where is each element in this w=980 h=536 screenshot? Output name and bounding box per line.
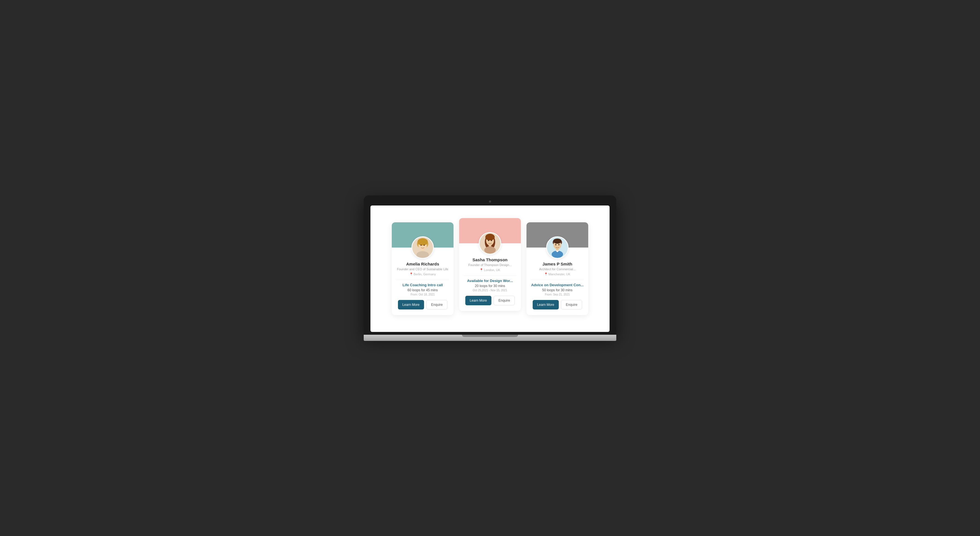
card-amelia: Amelia Richards Founder and CEO of Susta… <box>392 222 453 315</box>
svg-point-15 <box>491 240 492 241</box>
divider-james <box>531 280 584 280</box>
svg-point-23 <box>558 244 560 245</box>
card-james: James P Smith Architect for Commercial..… <box>527 222 588 315</box>
james-service-loops: 50 loops for 30 mins <box>531 288 584 292</box>
sasha-location-text: London, UK <box>484 268 500 272</box>
svg-point-19 <box>553 238 562 244</box>
card-james-header <box>527 222 588 247</box>
sasha-title: Founder of Thompson Design... <box>464 263 516 266</box>
sasha-service-title: Available for Design Wor... <box>464 279 516 283</box>
amelia-name: Amelia Richards <box>396 262 449 266</box>
divider-amelia <box>396 280 449 280</box>
avatar-amelia <box>411 236 434 259</box>
svg-point-22 <box>555 244 557 245</box>
card-sasha: Sasha Thompson Founder of Thompson Desig… <box>459 218 521 311</box>
amelia-learn-more-button[interactable]: Learn More <box>398 300 424 309</box>
james-enquire-button[interactable]: Enquire <box>561 300 582 309</box>
james-service-date: From: Sep 21, 2021 <box>531 293 584 296</box>
pin-icon-amelia: 📍 <box>409 273 413 276</box>
amelia-title: Founder and CEO of Sustainable Life <box>396 268 449 271</box>
sasha-service-date: Oct 25,2021 - Nov 15, 2021 <box>464 289 516 292</box>
laptop-screen: Amelia Richards Founder and CEO of Susta… <box>371 206 609 332</box>
amelia-service-loops: 60 loops for 45 mins <box>396 288 449 292</box>
svg-point-7 <box>424 244 425 246</box>
svg-point-6 <box>421 244 422 246</box>
sasha-location: 📍 London, UK <box>464 268 516 272</box>
svg-point-13 <box>484 246 496 254</box>
avatar-sasha <box>479 232 501 255</box>
amelia-service-date: From: Oct 18, 2021 <box>396 293 449 296</box>
james-title: Architect for Commercial... <box>531 268 584 271</box>
svg-point-3 <box>418 238 428 245</box>
divider-sasha <box>464 276 516 276</box>
laptop: Amelia Richards Founder and CEO of Susta… <box>364 195 616 341</box>
sasha-learn-more-button[interactable]: Learn More <box>465 296 492 305</box>
laptop-base <box>364 335 616 341</box>
camera <box>489 200 491 203</box>
card-sasha-header <box>459 218 521 243</box>
james-name: James P Smith <box>531 262 584 266</box>
laptop-body: Amelia Richards Founder and CEO of Susta… <box>364 195 616 335</box>
james-location-text: Manchester, UK <box>548 273 570 276</box>
amelia-location-text: Berlin, Germany <box>414 273 436 276</box>
svg-point-14 <box>488 240 489 241</box>
avatar-james <box>546 236 569 259</box>
sasha-name: Sasha Thompson <box>464 257 516 262</box>
amelia-service-title: Life Coaching Intro call <box>396 283 449 287</box>
pin-icon-sasha: 📍 <box>480 268 483 271</box>
amelia-actions: Learn More Enquire <box>396 300 449 309</box>
sasha-service-loops: 20 loops for 30 mins <box>464 284 516 288</box>
sasha-enquire-button[interactable]: Enquire <box>494 296 515 305</box>
pin-icon-james: 📍 <box>544 273 547 276</box>
card-amelia-header <box>392 222 453 247</box>
james-service-title: Advice on Development Con... <box>531 283 584 287</box>
svg-point-11 <box>485 233 495 240</box>
amelia-location: 📍 Berlin, Germany <box>396 273 449 276</box>
cards-container: Amelia Richards Founder and CEO of Susta… <box>392 222 588 315</box>
james-actions: Learn More Enquire <box>531 300 584 309</box>
james-learn-more-button[interactable]: Learn More <box>533 300 559 309</box>
amelia-enquire-button[interactable]: Enquire <box>426 300 447 309</box>
sasha-actions: Learn More Enquire <box>464 296 516 305</box>
james-location: 📍 Manchester, UK <box>531 273 584 276</box>
svg-rect-20 <box>556 249 558 251</box>
